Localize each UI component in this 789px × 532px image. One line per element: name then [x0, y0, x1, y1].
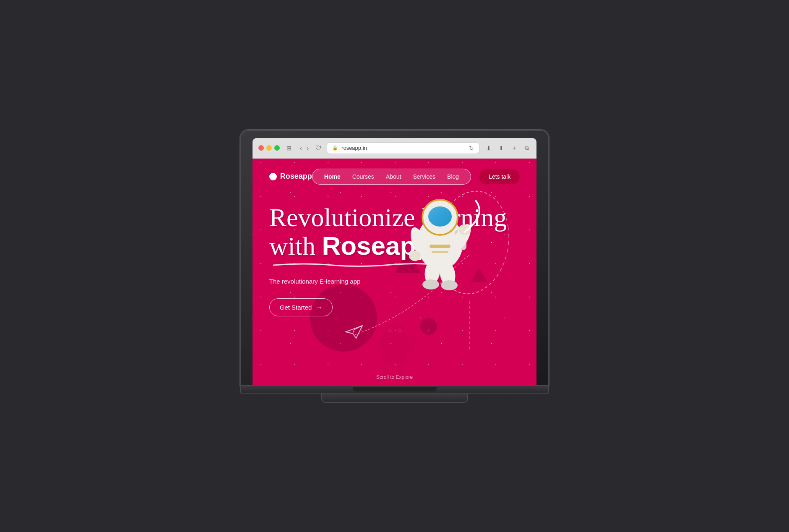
nav-link-services[interactable]: Services — [413, 173, 435, 180]
site-logo: Roseapp — [269, 172, 312, 181]
traffic-lights — [258, 145, 280, 151]
svg-rect-18 — [432, 251, 448, 253]
scroll-hint: Scroll to Explore — [376, 374, 413, 380]
toolbar-right: ⬇ ⬆ ＋ ⧉ — [484, 143, 531, 153]
laptop-body: ⊞ ‹ › 🛡 🔒 roseapp.in ↻ ⬇ ⬆ ＋ ⧉ — [240, 130, 549, 386]
get-started-button[interactable]: Get Started → — [269, 298, 333, 316]
logo-dot-icon — [269, 173, 277, 180]
minimize-button[interactable] — [266, 145, 272, 151]
svg-rect-17 — [430, 245, 450, 248]
astronaut-figure — [394, 184, 486, 293]
forward-button[interactable]: › — [305, 144, 310, 152]
laptop-stand — [321, 394, 468, 403]
shield-icon: 🛡 — [315, 144, 322, 151]
back-button[interactable]: ‹ — [298, 144, 304, 152]
nav-buttons: ‹ › — [298, 144, 310, 152]
share-button[interactable]: ⬆ — [497, 144, 505, 152]
nav-link-courses[interactable]: Courses — [352, 173, 374, 180]
laptop-container: ⊞ ‹ › 🛡 🔒 roseapp.in ↻ ⬇ ⬆ ＋ ⧉ — [240, 130, 549, 403]
website-content: Roseapp Home Courses About Services Blog… — [253, 159, 537, 385]
browser-toolbar: ⊞ ‹ › 🛡 🔒 roseapp.in ↻ ⬇ ⬆ ＋ ⧉ — [253, 138, 537, 159]
get-started-arrow: → — [316, 304, 322, 311]
download-button[interactable]: ⬇ — [484, 144, 493, 152]
nav-links: Home Courses About Services Blog — [312, 169, 471, 185]
tabs-button[interactable]: ⧉ — [523, 143, 531, 152]
lets-talk-button[interactable]: Lets talk — [479, 169, 520, 184]
nav-link-blog[interactable]: Blog — [447, 173, 459, 180]
nav-link-about[interactable]: About — [386, 173, 401, 180]
svg-rect-19 — [382, 333, 407, 362]
svg-rect-24 — [407, 337, 414, 354]
scroll-hint-text: Scroll to Explore — [376, 374, 413, 380]
new-tab-button[interactable]: ＋ — [510, 143, 519, 153]
reload-button[interactable]: ↻ — [469, 145, 474, 151]
maximize-button[interactable] — [274, 145, 280, 151]
svg-point-16 — [441, 280, 458, 290]
close-button[interactable] — [258, 145, 264, 151]
logo-text: Roseapp — [280, 172, 312, 181]
svg-point-15 — [422, 279, 439, 289]
get-started-label: Get Started — [280, 304, 312, 311]
svg-point-11 — [409, 251, 421, 261]
browser-chrome: ⊞ ‹ › 🛡 🔒 roseapp.in ↻ ⬇ ⬆ ＋ ⧉ — [253, 138, 537, 385]
lock-icon: 🔒 — [332, 145, 338, 151]
address-bar[interactable]: 🔒 roseapp.in ↻ — [327, 142, 479, 154]
url-text: roseapp.in — [341, 145, 367, 151]
hero-headline-line2-prefix: with — [269, 232, 322, 260]
laptop-bottom — [240, 386, 549, 394]
laptop-notch — [353, 387, 437, 391]
svg-rect-23 — [376, 337, 383, 354]
svg-point-5 — [428, 206, 452, 227]
astronaut-area — [394, 184, 511, 318]
sidebar-toggle-button[interactable]: ⊞ — [285, 144, 293, 152]
nav-link-home[interactable]: Home — [324, 173, 341, 180]
